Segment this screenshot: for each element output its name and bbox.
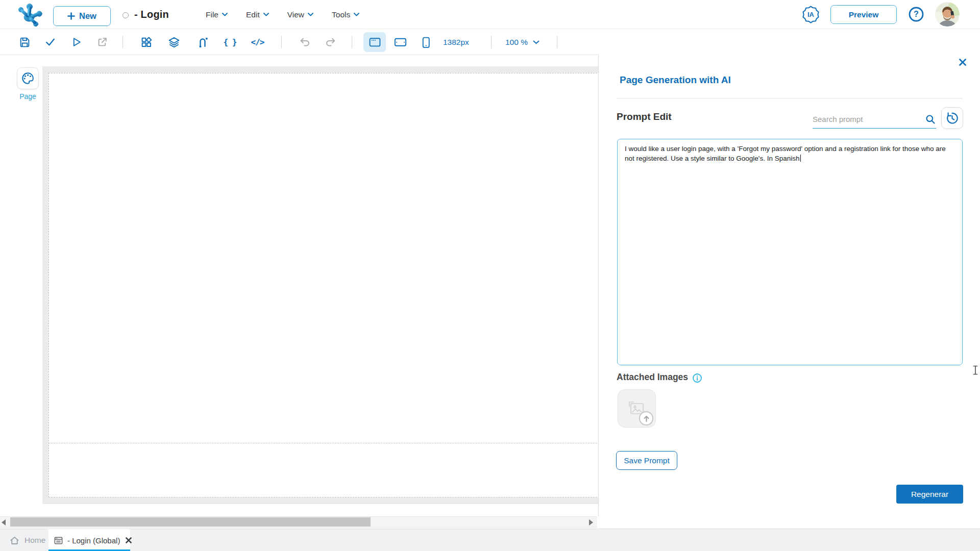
page-palette-label: Page [11, 92, 45, 101]
new-button-label: New [79, 11, 96, 21]
chevron-down-icon [263, 13, 269, 16]
code-icon[interactable]: </> [248, 33, 267, 52]
canvas-section-divider [48, 443, 598, 443]
menu-tools[interactable]: Tools [332, 10, 359, 19]
scroll-right-arrow[interactable] [589, 519, 593, 525]
tab-login-global[interactable]: - Login (Global) [48, 529, 130, 551]
prompt-textarea[interactable]: I would like a user login page, with a '… [617, 139, 963, 365]
menu-view[interactable]: View [287, 10, 313, 19]
export-icon[interactable] [93, 33, 112, 52]
tab-close-icon[interactable] [125, 537, 132, 544]
braces-icon[interactable]: { } [220, 33, 239, 52]
search-prompt-field [813, 110, 936, 129]
app-header: New - Login File Edit View Tools IA Prev… [0, 0, 980, 29]
undo-icon[interactable] [296, 33, 314, 52]
prompt-text: I would like a user login page, with a '… [625, 145, 946, 162]
upload-image-icon[interactable] [639, 411, 653, 425]
panel-divider [617, 98, 963, 98]
prompt-edit-heading: Prompt Edit [617, 111, 672, 122]
menu-edit[interactable]: Edit [246, 10, 269, 19]
chevron-down-icon [533, 40, 540, 44]
page-palette-button[interactable] [17, 67, 39, 89]
layers-icon[interactable] [164, 33, 183, 52]
mouse-ibeam-cursor [973, 365, 978, 375]
canvas-width-indicator[interactable]: 1382px [443, 29, 469, 55]
info-icon[interactable] [692, 373, 702, 383]
scrollbar-thumb[interactable] [10, 517, 371, 527]
document-tab-bar: Home - Login (Global) [0, 529, 980, 551]
help-icon[interactable]: ? [908, 6, 925, 23]
document-title: - Login [134, 0, 169, 29]
toolbar-divider [122, 36, 123, 48]
history-icon [945, 111, 959, 125]
attached-images-label: Attached Images [617, 372, 688, 383]
design-workspace [42, 66, 598, 504]
new-button[interactable]: New [53, 6, 111, 26]
ai-badge[interactable]: IA [801, 5, 820, 24]
zoom-value: 100 % [505, 38, 528, 47]
menu-bar: File Edit View Tools [206, 0, 359, 29]
chevron-down-icon [222, 13, 228, 16]
device-phone-toggle[interactable] [416, 33, 435, 52]
text-caret [800, 155, 801, 162]
chevron-down-icon [354, 13, 359, 16]
toolbar-divider [281, 36, 282, 48]
toolbar-divider [352, 36, 352, 48]
scroll-left-arrow[interactable] [2, 519, 6, 525]
toolbar-divider [557, 36, 557, 48]
zoom-select[interactable]: 100 % [505, 29, 540, 55]
tab-login-label: - Login (Global) [67, 536, 120, 545]
menu-file[interactable]: File [206, 10, 228, 19]
horizontal-scrollbar[interactable] [0, 516, 597, 528]
toolbar-divider [491, 36, 492, 48]
search-icon[interactable] [925, 114, 936, 125]
connections-icon[interactable] [193, 33, 212, 52]
redo-icon[interactable] [321, 33, 340, 52]
device-tablet-toggle[interactable] [391, 33, 410, 52]
save-prompt-button[interactable]: Save Prompt [616, 451, 677, 470]
components-icon[interactable] [137, 33, 156, 52]
tab-home[interactable]: Home [5, 529, 50, 551]
document-status-icon [122, 12, 129, 18]
search-prompt-input[interactable] [813, 115, 925, 123]
preview-button[interactable]: Preview [830, 5, 897, 24]
save-icon[interactable] [15, 33, 34, 52]
editor-toolbar: { } </> 1382px [0, 29, 980, 55]
run-icon[interactable] [67, 33, 86, 52]
app-logo-icon [13, 3, 43, 27]
home-icon [9, 535, 20, 546]
check-icon[interactable] [41, 33, 60, 52]
regenerate-button[interactable]: Regenerar [896, 485, 963, 504]
window-icon [54, 536, 63, 545]
close-icon[interactable] [959, 58, 969, 68]
canvas-page[interactable] [48, 73, 598, 497]
plus-icon [67, 12, 75, 20]
user-avatar[interactable] [935, 2, 960, 27]
palette-icon [21, 71, 35, 85]
prompt-history-button[interactable] [941, 107, 963, 129]
tab-home-label: Home [24, 536, 45, 545]
panel-title: Page Generation with AI [620, 74, 731, 86]
ai-badge-label: IA [801, 5, 820, 24]
chevron-down-icon [308, 13, 313, 16]
device-desktop-toggle[interactable] [363, 32, 386, 52]
